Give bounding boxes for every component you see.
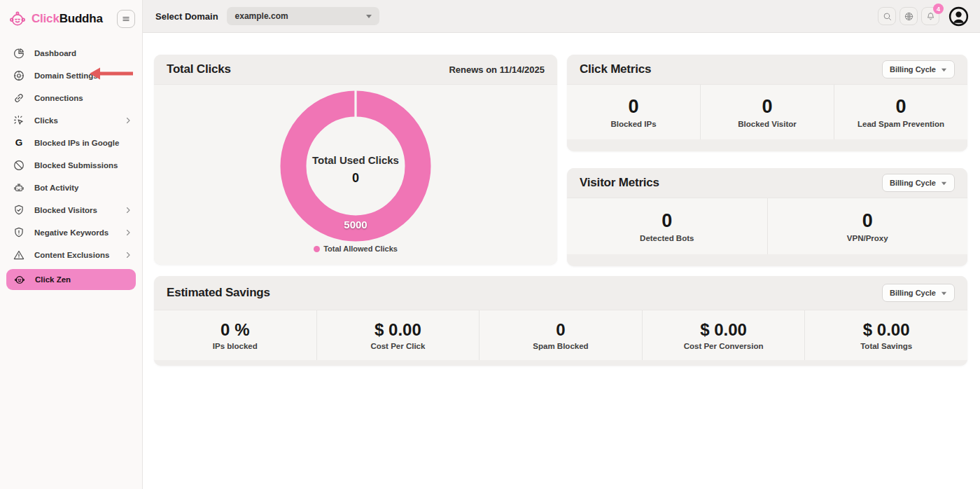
domain-select-value: example.com <box>235 11 365 21</box>
sidebar-item-content-exclusions[interactable]: Content Exclusions <box>0 244 142 266</box>
billing-cycle-label: Billing Cycle <box>890 289 936 297</box>
estimated-savings-card: Estimated Savings Billing Cycle 0 % IPs … <box>154 276 967 366</box>
shield-alert-icon <box>13 226 25 239</box>
metric-label: Total Savings <box>860 342 912 350</box>
ban-icon <box>13 159 25 172</box>
donut-center-value: 0 <box>352 171 359 185</box>
main-content: Total Clicks Renews on 11/14/2025 Total … <box>143 33 980 489</box>
donut-ring-label: 5000 <box>344 219 367 230</box>
click-cursor-icon <box>13 114 25 127</box>
notification-badge: 4 <box>933 4 944 14</box>
billing-cycle-label: Billing Cycle <box>890 65 936 74</box>
robot-icon <box>13 181 25 194</box>
sidebar-item-clicks[interactable]: Clicks <box>0 109 142 132</box>
metric-label: Cost Per Click <box>370 342 425 350</box>
warning-triangle-icon <box>13 249 25 261</box>
clickbuddha-app: ClickBuddha Dashboard Domain Settings Co… <box>0 0 980 489</box>
metric-spam-blocked: 0 Spam Blocked <box>479 310 642 360</box>
donut-chart: Total Used Clicks 0 5000 <box>280 90 431 242</box>
metric-vpn-proxy: 0 VPN/Proxy <box>767 198 968 254</box>
sidebar-item-label: Connections <box>34 94 132 102</box>
hamburger-icon <box>121 14 131 24</box>
sidebar-item-label: Blocked Submissions <box>34 161 132 170</box>
caret-down-icon <box>365 13 372 20</box>
chevron-right-icon <box>124 206 132 214</box>
renewal-date: Renews on 11/14/2025 <box>449 64 545 75</box>
visitor-metrics-card: Visitor Metrics Billing Cycle 0 Detected… <box>567 168 967 266</box>
topbar: Select Domain example.com 4 <box>143 0 980 33</box>
click-metrics-header: Click Metrics Billing Cycle <box>567 55 967 84</box>
metric-value: 0 <box>862 210 873 232</box>
metric-label: Lead Spam Prevention <box>858 120 944 128</box>
buddha-zen-icon <box>13 273 26 286</box>
metric-value: 0 <box>762 96 772 118</box>
sidebar-item-blocked-ips-google[interactable]: G Blocked IPs in Google <box>0 132 142 154</box>
brand-second: Buddha <box>59 12 103 25</box>
sidebar-item-label: Negative Keywords <box>34 228 124 237</box>
card-title: Total Clicks <box>167 62 231 76</box>
card-title: Visitor Metrics <box>580 176 659 190</box>
donut-center-label: Total Used Clicks <box>312 154 399 166</box>
search-icon <box>882 11 892 22</box>
legend-label: Total Allowed Clicks <box>323 245 398 253</box>
metric-value: 0 % <box>220 320 249 340</box>
sidebar: ClickBuddha Dashboard Domain Settings Co… <box>0 0 143 489</box>
search-button[interactable] <box>878 7 896 25</box>
caret-down-icon <box>941 180 947 186</box>
buddha-logo-icon <box>8 10 27 28</box>
metric-value: $ 0.00 <box>700 320 747 340</box>
sidebar-item-label: Blocked IPs in Google <box>34 139 132 147</box>
sidebar-item-label: Content Exclusions <box>34 251 124 259</box>
metric-cost-per-conversion: $ 0.00 Cost Per Conversion <box>642 310 805 360</box>
total-clicks-card: Total Clicks Renews on 11/14/2025 Total … <box>154 55 557 265</box>
sidebar-item-blocked-submissions[interactable]: Blocked Submissions <box>0 154 142 177</box>
billing-cycle-dropdown[interactable]: Billing Cycle <box>882 60 955 78</box>
click-metrics-card: Click Metrics Billing Cycle 0 Blocked IP… <box>567 55 967 151</box>
gear-icon <box>13 69 25 82</box>
caret-down-icon <box>941 290 947 296</box>
domain-select-dropdown[interactable]: example.com <box>227 7 379 25</box>
sidebar-item-bot-activity[interactable]: Bot Activity <box>0 177 142 199</box>
metric-label: Blocked IPs <box>610 120 656 128</box>
estimated-savings-header: Estimated Savings Billing Cycle <box>154 276 967 310</box>
chevron-right-icon <box>124 228 132 237</box>
avatar[interactable] <box>948 6 969 27</box>
link-icon <box>13 92 25 104</box>
globe-icon <box>904 11 914 22</box>
metric-detected-bots: 0 Detected Bots <box>567 198 767 254</box>
sidebar-item-label: Blocked Visitors <box>34 206 124 214</box>
notifications-button[interactable]: 4 <box>921 7 939 25</box>
pie-chart-icon <box>13 47 25 60</box>
metric-value: 0 <box>662 210 672 232</box>
sidebar-item-blocked-visitors[interactable]: Blocked Visitors <box>0 199 142 221</box>
svg-text:G: G <box>15 137 23 148</box>
metric-label: VPN/Proxy <box>847 234 888 242</box>
donut-svg: Total Used Clicks 0 5000 <box>280 90 431 242</box>
logo-row: ClickBuddha <box>0 0 142 36</box>
metric-cost-per-click: $ 0.00 Cost Per Click <box>316 310 479 360</box>
sidebar-item-label: Bot Activity <box>34 184 132 192</box>
visitor-metrics-row: 0 Detected Bots 0 VPN/Proxy <box>567 198 967 254</box>
metric-value: $ 0.00 <box>863 320 910 340</box>
metric-value: $ 0.00 <box>374 320 421 340</box>
red-arrow-annotation <box>90 67 134 80</box>
legend-dot-icon <box>314 246 320 252</box>
metric-label: Cost Per Conversion <box>684 342 764 350</box>
billing-cycle-dropdown[interactable]: Billing Cycle <box>882 174 955 192</box>
sidebar-item-negative-keywords[interactable]: Negative Keywords <box>0 221 142 244</box>
sidebar-item-dashboard[interactable]: Dashboard <box>0 42 142 64</box>
language-button[interactable] <box>899 7 918 25</box>
click-metrics-row: 0 Blocked IPs 0 Blocked Visitor 0 Lead S… <box>567 84 967 139</box>
shield-check-icon <box>13 204 25 216</box>
metric-blocked-ips: 0 Blocked IPs <box>567 85 700 139</box>
billing-cycle-dropdown[interactable]: Billing Cycle <box>882 284 955 302</box>
estimated-savings-row: 0 % IPs blocked $ 0.00 Cost Per Click 0 … <box>154 310 967 360</box>
total-clicks-header: Total Clicks Renews on 11/14/2025 <box>154 55 557 84</box>
sidebar-item-label: Dashboard <box>34 49 132 57</box>
sidebar-item-connections[interactable]: Connections <box>0 87 142 109</box>
sidebar-item-click-zen[interactable]: Click Zen <box>6 269 136 290</box>
card-footer <box>154 360 967 366</box>
metric-label: Spam Blocked <box>533 342 588 350</box>
sidebar-toggle-button[interactable] <box>117 10 135 28</box>
caret-down-icon <box>941 67 947 73</box>
